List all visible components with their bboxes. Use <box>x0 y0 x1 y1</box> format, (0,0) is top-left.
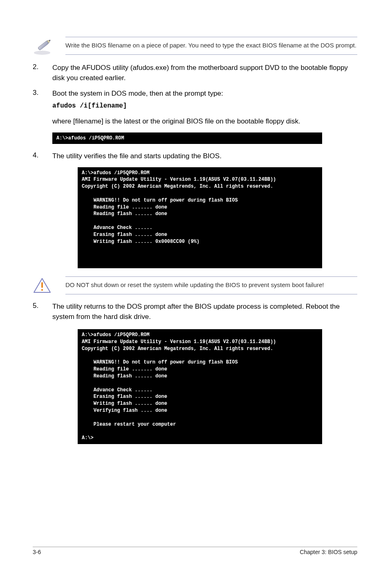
step-5: 5. The utility returns to the DOS prompt… <box>33 302 357 322</box>
svg-rect-1 <box>38 41 49 51</box>
terminal-output-3: A:\>afudos /iP5QPRO.ROM AMI Firmware Upd… <box>78 329 322 444</box>
step-3: 3. Boot the system in DOS mode, then at … <box>33 89 357 111</box>
warning-icon <box>33 276 65 294</box>
terminal-output-2: A:\>afudos /iP5QPRO.ROM AMI Firmware Upd… <box>78 167 322 268</box>
note-pencil-text: Write the BIOS filename on a piece of pa… <box>65 37 357 55</box>
svg-point-8 <box>41 289 43 291</box>
note-pencil: Write the BIOS filename on a piece of pa… <box>33 37 357 56</box>
svg-rect-7 <box>41 282 43 288</box>
note-warning: DO NOT shut down or reset the system whi… <box>33 276 357 294</box>
step-4-number: 4. <box>33 151 52 162</box>
step-5-text: The utility returns to the DOS prompt af… <box>52 302 357 322</box>
step-2-text: Copy the AFUDOS utility (afudos.exe) fro… <box>52 63 357 83</box>
pencil-icon <box>33 37 65 56</box>
step-5-number: 5. <box>33 302 52 322</box>
footer-page-number: 3-6 <box>33 549 41 555</box>
step-2-number: 2. <box>33 63 52 83</box>
note-warning-text: DO NOT shut down or reset the system whi… <box>65 276 357 294</box>
step-3-number: 3. <box>33 89 52 111</box>
page-footer: 3-6 Chapter 3: BIOS setup <box>33 547 357 555</box>
step-4: 4. The utility verifies the file and sta… <box>33 151 357 162</box>
step-2: 2. Copy the AFUDOS utility (afudos.exe) … <box>33 63 357 83</box>
step-3-text: Boot the system in DOS mode, then at the… <box>52 90 223 97</box>
terminal-output-1: A:\>afudos /iP5QPRO.ROM <box>52 132 322 144</box>
footer-chapter: Chapter 3: BIOS setup <box>300 549 357 555</box>
step-3-after: where [filename] is the latest or the or… <box>52 117 357 127</box>
step-4-text: The utility verifies the file and starts… <box>52 151 357 162</box>
svg-point-0 <box>34 51 50 55</box>
step-3-command: afudos /i[filename] <box>52 101 357 111</box>
